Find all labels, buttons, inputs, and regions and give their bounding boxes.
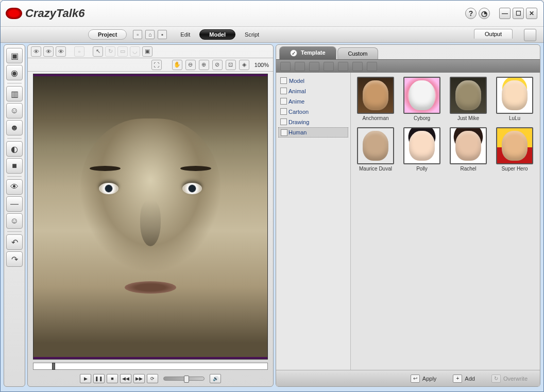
tab-custom-label: Custom [348,50,368,57]
fit-icon[interactable]: ⊡ [226,60,236,70]
check-icon: ✓ [290,49,297,57]
delete-icon[interactable] [338,62,348,71]
timeline-scrubber[interactable] [33,363,268,370]
tool-undo[interactable]: ↶ [6,234,23,250]
settings-button[interactable]: ◔ [479,8,490,19]
new-icon[interactable]: ▫ [133,30,142,39]
model-thumb-anchorman[interactable]: Anchorman [355,77,396,121]
tool-profile[interactable]: ☻ [6,120,23,135]
tab-project[interactable]: Project [88,29,127,40]
titlebar: CrazyTalk6 ? ◔ — ☐ ✕ [1,1,543,26]
model-thumb-polly[interactable]: Polly [401,127,443,172]
tool-facefit[interactable]: ☺ [6,103,23,118]
tool-mouth[interactable]: ― [6,196,23,212]
browser-tabs: ✓ Template Custom [276,45,540,59]
viewport-toolbar-zoom: ⛶ ✋ ⊖ ⊕ ⊘ ⊡ ◈ 100% [28,58,273,72]
pause-button[interactable]: ❚❚ [93,374,105,383]
add-button[interactable]: + Add [449,373,479,384]
tab-template-label: Template [301,49,325,56]
zoom-out-icon[interactable]: ⊖ [185,60,196,70]
layers-icon[interactable]: ▣ [142,46,152,57]
thumb-label: Rachel [460,166,476,172]
thumb-image [403,127,440,164]
content-browser: ✓ Template Custom - [276,44,540,387]
minimize-button[interactable]: — [499,8,511,19]
tree-item-human[interactable]: Human [278,127,348,138]
app-logo: CrazyTalk6 [6,7,84,20]
thumb-image [403,77,440,114]
tool-crop[interactable]: ▥ [6,86,23,101]
tab-template[interactable]: ✓ Template [279,46,336,59]
hand-icon[interactable]: ✋ [172,60,182,70]
maximize-button[interactable]: ☐ [513,8,524,19]
open-icon[interactable]: ⌂ [145,30,155,39]
copy2-icon[interactable] [309,62,319,71]
thumb-label: Polly [416,166,428,172]
scrub-handle[interactable] [52,363,55,370]
tree-item-animal[interactable]: Animal [278,86,348,96]
tool-mask[interactable]: ◐ [6,141,23,157]
model-thumb-rachel[interactable]: Rachel [448,127,489,172]
next-button[interactable]: ▶▶ [133,374,145,383]
tool-camera[interactable]: ◉ [6,65,23,80]
tree-item-cartoon[interactable]: Cartoon [278,107,348,117]
tree-root[interactable]: - Model [278,76,348,86]
tree-item-drawing[interactable]: Drawing [278,117,348,127]
model-thumb-cyborg[interactable]: Cyborg [401,77,443,121]
tool-background[interactable]: ■ [6,158,23,174]
overwrite-button: ↻ Overwrite [487,373,532,384]
model-thumb-maurice-duval[interactable]: Maurice Duval [355,127,396,172]
category-tree: - Model AnimalAnimeCartoonDrawingHuman [276,73,351,370]
loop-button[interactable]: ⟳ [147,374,158,383]
stop-button[interactable]: ■ [107,374,118,383]
lips-icon [6,8,22,19]
model-thumb-just-mike[interactable]: Just Mike [448,77,489,121]
help-button[interactable]: ? [465,8,477,19]
paste-icon[interactable] [324,62,334,71]
app-window: CrazyTalk6 ? ◔ — ☐ ✕ Project ▫ ⌂ ▪ Edit … [0,0,544,392]
playback-controls: ▶ ❚❚ ■ ◀◀ ▶▶ ⟳ 🔊 [28,371,273,386]
eye-mode-3-icon[interactable]: 👁 [56,46,66,57]
close-button[interactable]: ✕ [526,8,537,19]
zoom-level: 100% [254,62,269,68]
list-icon[interactable] [367,62,377,71]
tree-item-anime[interactable]: Anime [278,96,348,107]
thumb-label: Just Mike [457,115,479,121]
tool-photo[interactable]: ▣ [6,48,23,63]
apply-button[interactable]: ↩ Apply [406,373,441,384]
actual-icon[interactable]: ◈ [239,60,249,70]
workspace: ▣ ◉ ▥ ☺ ☻ ◐ ■ 👁 ― ☺ ↶ ↷ 👁 👁 👁 ▫ [1,43,543,390]
tab-custom[interactable]: Custom [337,47,379,59]
tab-script[interactable]: Script [237,30,266,39]
cube-icon[interactable] [524,29,536,41]
zoom-reset-icon[interactable]: ⊘ [212,60,223,70]
model-thumb-super-hero[interactable]: Super Hero [494,127,535,172]
rotate-icon: ↻ [105,46,115,57]
zoom-in-icon[interactable]: ⊕ [199,60,209,70]
tab-output[interactable]: Output [474,29,513,39]
menubar: Project ▫ ⌂ ▪ Edit Model Script Output [1,26,543,43]
tab-model[interactable]: Model [199,29,235,40]
prev-button[interactable]: ◀◀ [120,374,131,383]
pointer-icon[interactable]: ↖ [93,46,103,57]
thumb-image [357,127,394,164]
view-icon[interactable] [352,62,363,71]
thumb-image [496,127,533,164]
eye-mode-2-icon[interactable]: 👁 [43,46,54,57]
tool-head[interactable]: ☺ [6,213,23,229]
tool-redo[interactable]: ↷ [6,251,23,267]
expand-icon[interactable]: ⛶ [151,60,162,70]
folder-icon[interactable] [280,62,291,71]
cut-icon[interactable] [295,62,305,71]
volume-slider[interactable] [163,377,205,381]
thumb-image [496,77,533,114]
mute-button[interactable]: 🔊 [210,374,221,383]
save-icon[interactable]: ▪ [158,30,167,39]
model-thumb-lulu[interactable]: LuLu [494,77,535,121]
tool-eyes[interactable]: 👁 [6,179,23,195]
eye-mode-1-icon[interactable]: 👁 [31,46,41,57]
play-button[interactable]: ▶ [80,374,91,383]
left-toolbar: ▣ ◉ ▥ ☺ ☻ ◐ ■ 👁 ― ☺ ↶ ↷ [4,44,25,387]
tab-edit[interactable]: Edit [173,30,197,39]
viewport-canvas[interactable] [33,74,268,360]
